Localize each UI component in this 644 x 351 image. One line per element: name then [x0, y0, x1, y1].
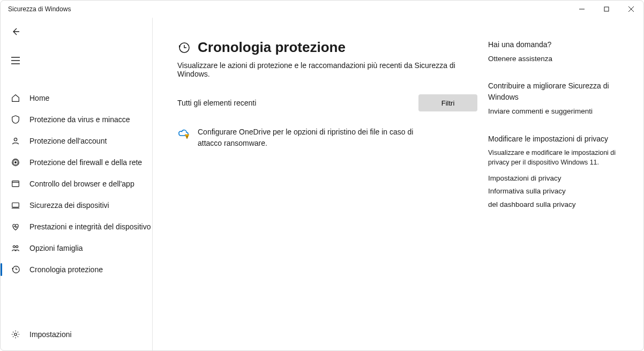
history-item[interactable]: ! Configurare OneDrive per le opzioni di… — [177, 124, 477, 151]
list-header: Tutti gli elementi recenti Filtri — [177, 94, 477, 111]
family-icon — [10, 243, 21, 253]
nav-label: Cronologia protezione — [29, 265, 103, 274]
firewall-icon — [10, 157, 21, 168]
close-icon — [628, 6, 634, 12]
nav-home[interactable]: Home — [1, 87, 152, 109]
filter-button[interactable]: Filtri — [418, 94, 477, 111]
svg-point-13 — [13, 245, 15, 248]
page-header: Cronologia protezione — [177, 39, 477, 56]
gear-icon — [10, 329, 21, 340]
nav-label: Opzioni famiglia — [29, 244, 83, 252]
nav-settings[interactable]: Impostazioni — [1, 324, 152, 345]
back-arrow-icon — [11, 27, 20, 36]
history-item-text: Configurare OneDrive per le opzioni di r… — [198, 126, 423, 149]
nav-firewall[interactable]: Protezione del firewall e della rete — [1, 152, 152, 173]
nav: Home Protezione da virus e minacce Prote… — [1, 87, 152, 350]
aside-help-heading: Hai una domanda? — [488, 39, 633, 50]
aside-improve-heading: Contribuire a migliorare Sicurezza di Wi… — [488, 80, 633, 103]
history-icon — [177, 41, 190, 54]
svg-rect-9 — [12, 181, 19, 187]
nav-device-health[interactable]: Prestazioni e integrità del dispositivo — [1, 216, 152, 237]
privacy-dashboard-link[interactable]: del dashboard sulla privacy — [488, 199, 633, 210]
nav-label: Controllo del browser e dell'app — [29, 180, 134, 188]
aside-privacy: Modificare le impostazioni di privacy Vi… — [488, 133, 633, 210]
send-feedback-link[interactable]: Inviare commenti e suggerimenti — [488, 106, 633, 117]
svg-rect-11 — [12, 203, 19, 207]
svg-point-14 — [16, 245, 18, 248]
page-subtitle: Visualizzare le azioni di protezione e l… — [177, 61, 477, 78]
content: Cronologia protezione Visualizzare le az… — [153, 18, 643, 350]
nav-browser-app[interactable]: Controllo del browser e dell'app — [1, 173, 152, 195]
history-icon — [10, 264, 21, 275]
hamburger-button[interactable] — [5, 50, 26, 71]
window-controls — [570, 1, 643, 18]
svg-point-7 — [14, 138, 17, 141]
aside-privacy-desc: Visualizzare e modificare le impostazion… — [488, 148, 633, 168]
nav-label: Protezione da virus e minacce — [29, 115, 130, 124]
window-title: Sicurezza di Windows — [8, 5, 71, 13]
account-icon — [10, 136, 21, 146]
nav-label: Sicurezza dei dispositivi — [29, 201, 109, 210]
heart-icon — [10, 221, 21, 232]
nav-label: Impostazioni — [29, 330, 72, 339]
app-browser-icon — [10, 178, 21, 189]
privacy-policy-link[interactable]: Informativa sulla privacy — [488, 186, 633, 197]
svg-rect-1 — [604, 7, 609, 11]
content-main: Cronologia protezione Visualizzare le az… — [177, 39, 477, 350]
aside: Hai una domanda? Ottenere assistenza Con… — [488, 39, 633, 350]
titlebar: Sicurezza di Windows — [1, 1, 643, 18]
nav-virus-threat[interactable]: Protezione da virus e minacce — [1, 109, 152, 130]
onedrive-warning-icon: ! — [177, 128, 189, 139]
nav-label: Protezione del firewall e della rete — [29, 158, 142, 167]
privacy-settings-link[interactable]: Impostazioni di privacy — [488, 173, 633, 184]
aside-privacy-heading: Modificare le impostazioni di privacy — [488, 133, 633, 145]
minimize-icon — [579, 6, 585, 12]
page-title: Cronologia protezione — [198, 39, 346, 56]
aside-improve: Contribuire a migliorare Sicurezza di Wi… — [488, 80, 633, 117]
nav-protection-history[interactable]: Cronologia protezione — [1, 259, 152, 280]
list-header-title: Tutti gli elementi recenti — [177, 99, 256, 107]
nav-label: Prestazioni e integrità del dispositivo — [29, 222, 151, 231]
shield-icon — [10, 114, 21, 125]
aside-help: Hai una domanda? Ottenere assistenza — [488, 39, 633, 64]
device-security-icon — [10, 200, 21, 211]
nav-family-options[interactable]: Opzioni famiglia — [1, 237, 152, 259]
nav-label: Protezione dell'account — [29, 137, 107, 145]
nav-account-protection[interactable]: Protezione dell'account — [1, 130, 152, 152]
minimize-button[interactable] — [570, 1, 594, 18]
hamburger-icon — [11, 57, 20, 64]
main-layout: Home Protezione da virus e minacce Prote… — [1, 18, 643, 350]
back-button[interactable] — [5, 21, 26, 42]
nav-label: Home — [29, 94, 49, 102]
sidebar: Home Protezione da virus e minacce Prote… — [1, 18, 153, 350]
maximize-icon — [604, 6, 609, 12]
nav-device-security[interactable]: Sicurezza dei dispositivi — [1, 195, 152, 216]
svg-text:!: ! — [186, 135, 188, 139]
maximize-button[interactable] — [594, 1, 619, 18]
svg-point-16 — [14, 333, 17, 336]
get-help-link[interactable]: Ottenere assistenza — [488, 54, 633, 64]
svg-point-8 — [15, 162, 17, 163]
home-icon — [10, 93, 21, 103]
close-button[interactable] — [619, 1, 643, 18]
